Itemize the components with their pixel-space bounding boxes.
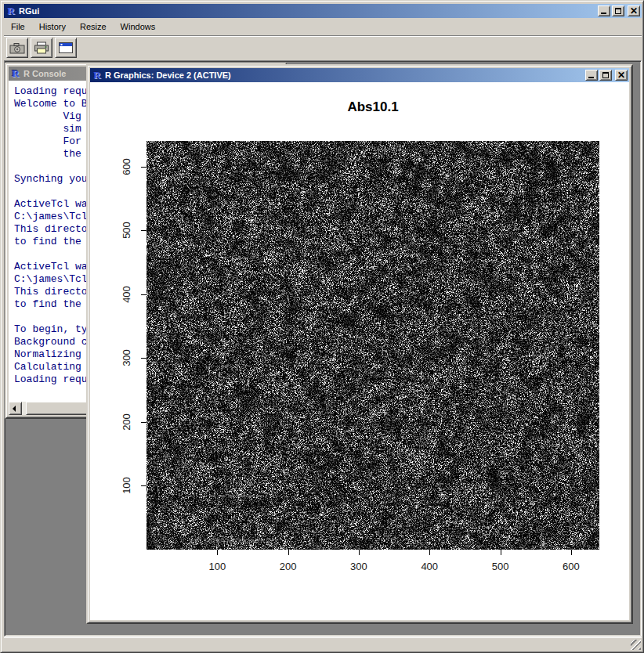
graphics-window: R R Graphics: Device 2 (ACTIVE) ✕ Abs10.… bbox=[86, 64, 633, 624]
toolbar bbox=[4, 35, 642, 60]
mdi-client-area: R R Console Loading requWelcome to B Vig… bbox=[4, 60, 642, 637]
maximize-button[interactable] bbox=[612, 5, 624, 16]
rgui-main-window: R RGui ✕ File History Resize Windows bbox=[0, 0, 644, 653]
y-tick-label: 300 bbox=[121, 334, 132, 381]
y-tick-mark bbox=[141, 358, 147, 359]
x-tick-mark bbox=[501, 550, 501, 555]
x-tick-mark bbox=[429, 550, 430, 555]
y-tick-mark bbox=[141, 167, 147, 168]
y-tick-label: 100 bbox=[121, 462, 132, 509]
plot-area: Abs10.1 100200300400500600 1002003004005… bbox=[90, 82, 629, 620]
x-tick-mark bbox=[359, 550, 360, 555]
console-window-button[interactable] bbox=[55, 38, 77, 58]
r-logo-icon: R bbox=[5, 5, 16, 16]
printer-icon bbox=[34, 41, 49, 54]
minimize-icon bbox=[601, 13, 606, 14]
x-tick-label: 100 bbox=[197, 561, 237, 572]
x-tick-label: 400 bbox=[410, 561, 449, 572]
y-tick-mark bbox=[141, 485, 147, 486]
r-logo-icon: R bbox=[10, 68, 21, 79]
x-tick-label: 200 bbox=[269, 561, 308, 572]
y-tick-mark bbox=[141, 294, 147, 295]
x-tick-label: 300 bbox=[339, 561, 378, 572]
graphics-minimize-button[interactable] bbox=[585, 70, 598, 81]
y-tick-mark bbox=[141, 422, 147, 423]
graphics-window-title: R Graphics: Device 2 (ACTIVE) bbox=[105, 70, 231, 80]
menu-history[interactable]: History bbox=[32, 20, 73, 33]
scroll-left-button[interactable] bbox=[9, 402, 22, 415]
x-tick-mark bbox=[217, 550, 218, 555]
microarray-image bbox=[147, 141, 599, 550]
window-icon bbox=[58, 41, 74, 54]
graphics-titlebar[interactable]: R R Graphics: Device 2 (ACTIVE) ✕ bbox=[90, 68, 629, 82]
resize-grip-icon[interactable] bbox=[631, 640, 641, 650]
maximize-icon bbox=[615, 8, 621, 14]
y-tick-label: 400 bbox=[121, 271, 132, 318]
menu-file[interactable]: File bbox=[4, 20, 32, 33]
y-tick-label: 500 bbox=[121, 207, 132, 254]
main-titlebar[interactable]: R RGui ✕ bbox=[4, 4, 642, 18]
graphics-close-button[interactable]: ✕ bbox=[615, 70, 628, 81]
r-logo-icon: R bbox=[92, 70, 103, 81]
minimize-icon bbox=[588, 77, 594, 78]
graphics-maximize-button[interactable] bbox=[599, 70, 612, 81]
y-tick-label: 600 bbox=[121, 143, 132, 190]
x-tick-mark bbox=[288, 550, 289, 555]
y-tick-label: 200 bbox=[121, 399, 132, 446]
close-icon: ✕ bbox=[616, 70, 627, 81]
arrow-left-icon bbox=[13, 406, 16, 412]
x-tick-mark bbox=[571, 550, 572, 555]
menu-windows[interactable]: Windows bbox=[114, 20, 163, 33]
menu-resize[interactable]: Resize bbox=[73, 20, 114, 33]
snapshot-button[interactable] bbox=[6, 38, 28, 58]
console-window-title: R Console bbox=[24, 69, 66, 78]
y-tick-mark bbox=[141, 230, 147, 231]
print-button[interactable] bbox=[31, 38, 52, 58]
x-tick-label: 600 bbox=[552, 561, 591, 572]
camera-icon bbox=[9, 42, 25, 54]
minimize-button[interactable] bbox=[598, 5, 610, 16]
status-bar bbox=[4, 637, 642, 651]
x-tick-label: 500 bbox=[481, 561, 520, 572]
main-window-title: RGui bbox=[19, 6, 39, 16]
maximize-icon bbox=[602, 72, 609, 78]
close-icon: ✕ bbox=[628, 5, 639, 16]
menu-bar: File History Resize Windows bbox=[4, 19, 642, 34]
close-button[interactable]: ✕ bbox=[628, 5, 640, 16]
plot-title: Abs10.1 bbox=[147, 99, 599, 115]
